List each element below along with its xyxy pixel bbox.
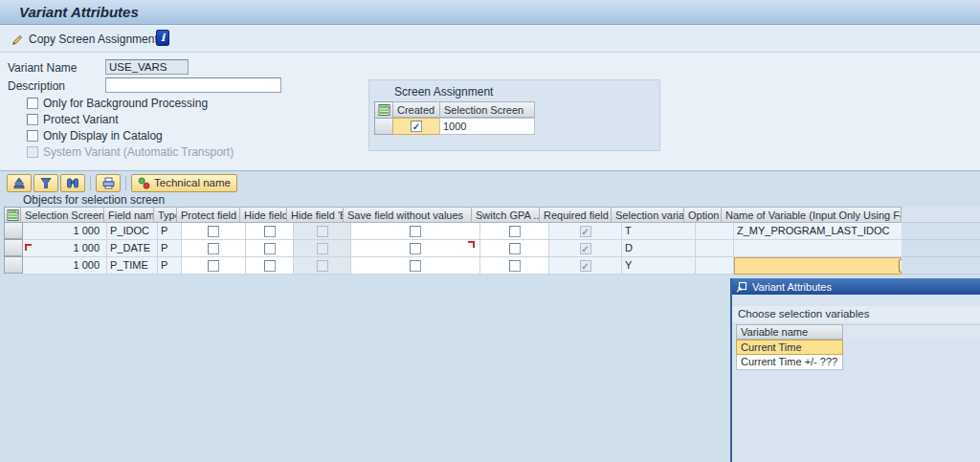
technical-name-button[interactable]: Technical name (131, 174, 237, 192)
sa-created-cell[interactable] (392, 118, 440, 135)
protect-field-checkbox[interactable] (208, 226, 219, 237)
info-button[interactable]: i (156, 30, 169, 46)
cell-variable-name[interactable]: Z_MY_PROGRAM_LAST_IDOC (734, 223, 915, 240)
cell-required-field (549, 240, 622, 257)
save-field-checkbox[interactable] (410, 260, 421, 272)
variant-name-label: Variant Name (8, 61, 77, 75)
col-selection-variable[interactable]: Selection variable (611, 207, 684, 223)
hide-field-bis-checkbox (317, 226, 328, 237)
title-bar: Variant Attributes (0, 0, 980, 25)
row-selector[interactable] (4, 222, 23, 239)
cell-switch-gpa (480, 240, 549, 257)
col-type[interactable]: Type (153, 207, 177, 223)
col-hide-field[interactable]: Hide field (239, 207, 287, 223)
cell-type: P (158, 223, 182, 240)
cell-option[interactable] (696, 223, 734, 240)
hide-field-bis-checkbox (317, 243, 328, 254)
screen-assignment-grid: Created Selection Screen 1000 (374, 101, 535, 135)
table-select-icon (378, 103, 390, 117)
sa-column-created: Created (392, 101, 440, 118)
cell-hide-field-bis (294, 240, 351, 257)
hide-field-bis-checkbox (317, 260, 328, 272)
copy-screen-assignment-button[interactable]: Copy Screen Assignment (10, 31, 158, 48)
table-row: 1 000 P_IDOC P T Z_MY_PROGRAM_LAST_IDOC (4, 223, 915, 240)
col-save-field[interactable]: Save field without values (343, 207, 472, 223)
col-field-name[interactable]: Field name (103, 207, 154, 223)
col-protect-field[interactable]: Protect field (176, 207, 240, 223)
col-switch-gpa[interactable]: Switch GPA ... (471, 207, 540, 223)
cell-field-name: P_DATE (107, 240, 158, 257)
created-checkbox[interactable] (411, 121, 422, 132)
table-row: 1 000 P_DATE P D (4, 240, 915, 257)
save-field-checkbox[interactable] (410, 243, 421, 254)
cell-selection-variable[interactable]: D (622, 240, 696, 257)
col-variable-name[interactable]: Name of Variable (Input Only Using F4) (721, 207, 902, 223)
variant-name-field[interactable] (105, 59, 189, 75)
protect-field-checkbox[interactable] (208, 260, 219, 272)
cell-option[interactable] (696, 240, 734, 257)
col-option[interactable]: Option (683, 207, 722, 223)
print-button[interactable] (96, 174, 121, 192)
cell-save-field (351, 240, 480, 257)
cell-protect-field (182, 223, 246, 240)
switch-gpa-checkbox[interactable] (509, 260, 521, 272)
col-selection-screen[interactable]: Selection Screen (20, 207, 104, 223)
table-select-icon (7, 209, 19, 222)
popup-column-header-row: Variable name (732, 324, 980, 340)
required-field-checkbox (580, 260, 591, 272)
switch-gpa-checkbox[interactable] (509, 243, 521, 254)
popup-title: Variant Attributes (752, 281, 832, 293)
sa-column-selection-screen: Selection Screen (439, 101, 535, 118)
cell-variable-name[interactable] (734, 240, 915, 257)
dialog-window-icon (736, 281, 747, 293)
only-background-processing-checkbox[interactable] (27, 98, 38, 109)
switch-gpa-checkbox[interactable] (509, 226, 521, 237)
save-field-checkbox[interactable] (410, 226, 421, 237)
protect-variant-checkbox[interactable] (27, 114, 38, 125)
cell-selection-variable[interactable]: Y (622, 257, 696, 275)
checkbox-label: Only Display in Catalog (43, 129, 163, 143)
table-caption: Objects for selection screen (23, 193, 165, 207)
table-select-all-button[interactable] (4, 207, 21, 223)
required-field-checkbox (580, 243, 591, 254)
technical-name-icon (138, 177, 150, 189)
hide-field-checkbox[interactable] (264, 260, 276, 272)
cell-switch-gpa (480, 257, 549, 275)
popup-option-current-time[interactable]: Current Time (736, 340, 843, 355)
description-field[interactable] (105, 77, 281, 93)
cell-selection-variable[interactable]: T (622, 223, 696, 240)
cell-option[interactable] (696, 257, 734, 275)
cell-type: P (158, 257, 182, 275)
svg-text:i: i (161, 32, 167, 44)
popup-prompt: Choose selection variables (732, 306, 980, 322)
table-row: 1 000 P_TIME P Y (4, 257, 915, 275)
cell-selection-screen: 1 000 (23, 257, 107, 275)
filter-button[interactable] (33, 174, 58, 192)
col-hide-field-bis[interactable]: Hide field 'BIS' (286, 207, 344, 223)
only-display-in-catalog-checkbox[interactable] (27, 130, 38, 142)
sa-row-selector[interactable] (374, 118, 393, 135)
checkbox-row-background-processing: Only for Background Processing (27, 97, 208, 110)
cell-variable-name-focused[interactable] (734, 257, 915, 275)
checkbox-label: Protect Variant (43, 113, 118, 126)
select-all-button[interactable] (374, 101, 393, 119)
find-button[interactable] (60, 174, 85, 192)
description-label: Description (8, 79, 65, 93)
cell-hide-field-bis (294, 223, 351, 240)
cursor-marker-top-right (468, 241, 475, 248)
sort-button[interactable] (7, 174, 32, 192)
popup-option-current-time-offset[interactable]: Current Time +/- ??? (736, 355, 843, 370)
row-selector[interactable] (4, 256, 23, 274)
hide-field-checkbox[interactable] (264, 226, 276, 237)
col-required-field[interactable]: Required field (539, 207, 612, 223)
protect-field-checkbox[interactable] (208, 243, 219, 254)
cell-switch-gpa (480, 223, 549, 240)
sa-selection-screen-cell[interactable]: 1000 (439, 118, 535, 135)
cell-type: P (158, 240, 182, 257)
row-selector[interactable] (4, 239, 23, 256)
popup-title-bar[interactable]: Variant Attributes (732, 278, 980, 295)
table-toolbar: Technical name (7, 173, 237, 192)
printer-icon (101, 177, 116, 189)
cell-hide-field (246, 223, 294, 240)
hide-field-checkbox[interactable] (264, 243, 276, 254)
